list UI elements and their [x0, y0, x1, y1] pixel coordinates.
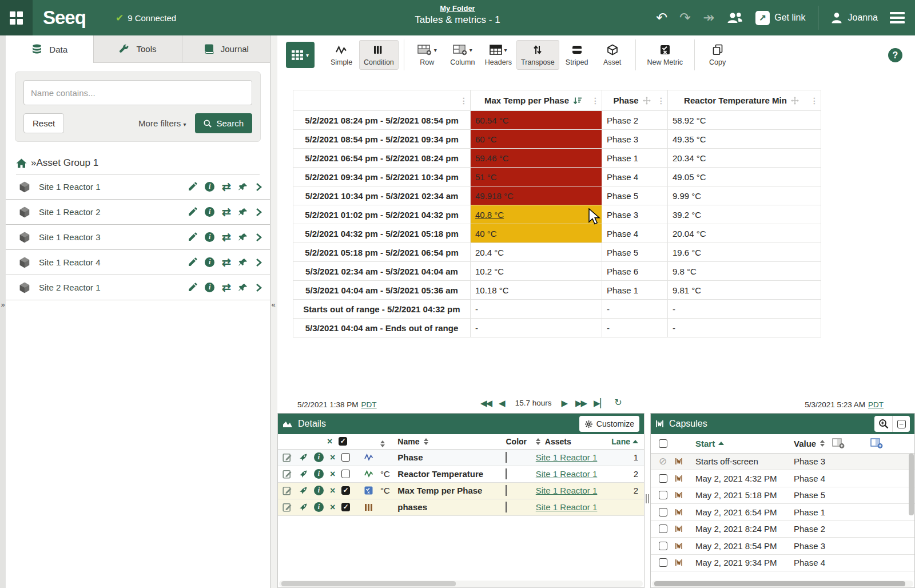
capsule-row[interactable]: May 2, 2021 8:54 PM Phase 3: [651, 538, 914, 555]
range-end[interactable]: 5/3/2021 5:23 AMPDT: [805, 400, 884, 409]
row-checkbox[interactable]: [341, 453, 350, 462]
help-button[interactable]: ?: [888, 48, 902, 62]
edit-icon[interactable]: [188, 207, 197, 217]
move-icon[interactable]: [643, 97, 651, 105]
redo-all-icon[interactable]: ↠: [703, 11, 714, 25]
collapse-panel-button[interactable]: –: [892, 416, 910, 432]
row-checkbox[interactable]: [659, 491, 667, 499]
asset-link[interactable]: Site 1 Reactor 1: [536, 469, 598, 479]
add-column-icon[interactable]: [832, 438, 845, 449]
column-header-min-temp[interactable]: Reactor Temperature Min ⋮: [668, 90, 821, 111]
customize-button[interactable]: Customize: [579, 416, 639, 432]
row-checkbox[interactable]: [341, 486, 350, 495]
pin-icon[interactable]: [238, 182, 248, 192]
table-row[interactable]: 5/2/2021 09:34 pm - 5/2/2021 10:34 pm51 …: [293, 168, 821, 186]
table-row[interactable]: 5/2/2021 10:34 pm - 5/3/2021 02:34 am49.…: [293, 186, 821, 205]
column-header-max-temp[interactable]: Max Temp per Phase ⋮: [471, 90, 602, 111]
start-column-header[interactable]: Start: [695, 439, 715, 448]
get-link-button[interactable]: ↗ Get link: [755, 11, 805, 25]
kebab-menu-icon[interactable]: ⋮: [657, 96, 665, 105]
remove-icon[interactable]: ×: [330, 503, 335, 512]
kebab-menu-icon[interactable]: ⋮: [460, 96, 468, 105]
details-row[interactable]: i × Phase Site 1 Reactor 1 1: [278, 449, 644, 466]
edit-icon[interactable]: [283, 469, 292, 479]
search-input[interactable]: [23, 80, 252, 105]
asset-row[interactable]: Site 1 Reactor 2 i ⇄: [6, 200, 270, 225]
asset-row[interactable]: Site 2 Reactor 1 i ⇄: [6, 275, 270, 300]
asset-link[interactable]: Site 1 Reactor 1: [536, 502, 598, 512]
remove-icon[interactable]: ×: [330, 486, 335, 495]
edit-icon[interactable]: [283, 502, 292, 512]
tool-column[interactable]: ▾ Column: [445, 40, 480, 70]
table-row[interactable]: 5/2/2021 08:24 pm - 5/2/2021 08:54 pm60.…: [293, 111, 821, 130]
info-icon[interactable]: i: [205, 182, 214, 192]
resize-grip-icon[interactable]: [646, 494, 649, 503]
sort-icon[interactable]: [424, 438, 428, 445]
edit-icon[interactable]: [283, 486, 292, 495]
collapse-panel-icon[interactable]: «: [270, 300, 276, 309]
table-row[interactable]: 5/2/2021 05:18 pm - 5/2/2021 06:54 pm20.…: [293, 243, 821, 262]
info-icon[interactable]: i: [205, 207, 214, 217]
details-row[interactable]: i × phases Site 1 Reactor 1: [278, 499, 644, 515]
edit-icon[interactable]: [188, 232, 197, 242]
tab-journal[interactable]: Journal: [182, 35, 270, 63]
edit-icon[interactable]: [283, 452, 292, 462]
horizontal-scrollbar[interactable]: [279, 581, 643, 587]
info-icon[interactable]: i: [314, 486, 324, 495]
row-checkbox[interactable]: [659, 508, 667, 517]
rocket-icon[interactable]: [299, 503, 308, 512]
color-swatch[interactable]: [506, 452, 507, 463]
sort-icon[interactable]: [380, 440, 385, 447]
asset-row[interactable]: Site 1 Reactor 4 i ⇄: [6, 250, 270, 275]
asset-row[interactable]: Site 1 Reactor 1 i ⇄: [6, 174, 270, 200]
info-icon[interactable]: i: [314, 469, 324, 479]
color-swatch[interactable]: [506, 468, 507, 479]
move-icon[interactable]: [791, 97, 799, 105]
capsule-row[interactable]: May 2, 2021 6:54 PM Phase 1: [651, 504, 914, 521]
table-row[interactable]: Starts out of range - 5/2/2021 04:32 pm-…: [293, 300, 821, 319]
users-icon[interactable]: [726, 11, 743, 24]
capsule-row[interactable]: May 2, 2021 5:18 PM Phase 5: [651, 487, 914, 504]
value-column-header[interactable]: Value: [794, 439, 816, 448]
color-column-header[interactable]: Color: [506, 437, 527, 446]
step-to-end-icon[interactable]: ▶▏: [594, 399, 607, 407]
duration-label[interactable]: 15.7 hours: [515, 399, 552, 407]
metric-value-link[interactable]: 40.8 °C: [475, 210, 504, 220]
refresh-icon[interactable]: ↻: [614, 398, 622, 407]
capsule-row[interactable]: May 2, 2021 9:34 PM Phase 4: [651, 554, 914, 571]
table-row[interactable]: 5/2/2021 04:32 pm - 5/2/2021 05:18 pm40 …: [293, 224, 821, 243]
lane-column-header[interactable]: Lane: [611, 437, 630, 446]
name-column-header[interactable]: Name: [397, 437, 419, 446]
row-checkbox[interactable]: [659, 558, 667, 567]
swap-icon[interactable]: ⇄: [222, 257, 231, 268]
add-column-icon-alt[interactable]: [870, 438, 884, 449]
hamburger-menu-icon[interactable]: [890, 12, 905, 23]
sort-desc-icon[interactable]: [573, 97, 582, 105]
assets-column-header[interactable]: Assets: [545, 437, 571, 446]
panel-resize-gap[interactable]: [645, 413, 650, 588]
pin-icon[interactable]: [238, 208, 248, 217]
connection-status[interactable]: ✔ 9 Connected: [116, 12, 176, 24]
color-swatch[interactable]: [506, 485, 507, 496]
kebab-menu-icon[interactable]: ⋮: [591, 96, 599, 105]
info-icon[interactable]: i: [314, 502, 324, 512]
kebab-menu-icon[interactable]: ⋮: [810, 96, 818, 105]
table-view-dropdown[interactable]: ▾: [286, 42, 315, 68]
table-row[interactable]: 5/3/2021 04:04 am - 5/3/2021 05:36 am10.…: [293, 281, 821, 300]
details-row[interactable]: i × °C Reactor Temperature Site 1 Reacto…: [278, 466, 644, 482]
chevron-right-icon[interactable]: [255, 233, 262, 242]
pin-icon[interactable]: [238, 233, 248, 242]
edit-icon[interactable]: [188, 257, 197, 267]
capsule-row[interactable]: May 2, 2021 4:32 PM Phase 4: [651, 470, 914, 487]
tab-data[interactable]: Data: [6, 35, 93, 63]
row-checkbox[interactable]: [341, 503, 350, 511]
row-checkbox[interactable]: [659, 525, 667, 533]
remove-icon[interactable]: ×: [330, 453, 335, 462]
tool-simple[interactable]: Simple: [324, 40, 359, 70]
info-icon[interactable]: i: [205, 232, 214, 242]
tool-copy[interactable]: Copy: [700, 40, 735, 70]
info-icon[interactable]: i: [205, 283, 214, 292]
rocket-icon[interactable]: [299, 486, 308, 495]
details-row[interactable]: i × °C Max Temp per Phase Site 1 Reactor…: [278, 482, 644, 499]
expand-panel-icon[interactable]: »: [0, 300, 6, 309]
